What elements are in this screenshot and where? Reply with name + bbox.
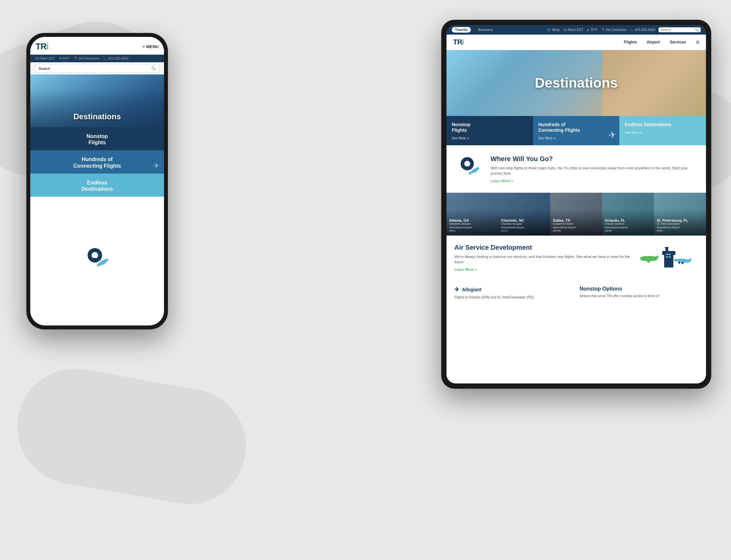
hero-building-bg xyxy=(602,50,706,116)
dest-dallas-city: Dallas, TX xyxy=(553,218,600,222)
dest-orlando-text: Orlando, FL Orlando SanfordInternational… xyxy=(605,218,652,233)
dest-charlotte-text: Charlotte, NC Charlotte DouglasInternati… xyxy=(501,218,548,233)
where-section: Where Will You Go? With non-stop flights… xyxy=(446,145,706,193)
phone-time: 10:09am EST xyxy=(35,57,55,60)
air-service-section: Air Service Development We're always loo… xyxy=(446,236,706,279)
tablet-search-input[interactable] xyxy=(661,28,693,32)
dest-charlotte[interactable]: Charlotte, NC Charlotte DouglasInternati… xyxy=(498,193,550,236)
tablet-topbar: Traveler Business 🛒 Shop 11:45am EST 🌡 7… xyxy=(446,25,706,35)
card-connecting-title: Hundreds ofConnecting Flights xyxy=(538,122,614,133)
air-service-learn-more[interactable]: Learn More > xyxy=(454,267,632,271)
phone-section-nonstop[interactable]: NonstopFlights xyxy=(30,127,164,150)
dest-dallas-text: Dallas, TX Dallas/Fort WorthInternationa… xyxy=(553,218,600,233)
tablet-bottom: ✈ Allegiant Flights to Orlando (SFB) and… xyxy=(446,279,706,383)
allegiant-description: Flights to Orlando (SFB) and St. Pete/Cl… xyxy=(454,295,573,300)
card-nonstop[interactable]: NonstopFlights See More ∨ xyxy=(446,116,533,145)
tab-traveler[interactable]: Traveler xyxy=(452,27,471,33)
svg-rect-21 xyxy=(665,247,669,248)
dest-stpete-city: St. Petersburg, FL xyxy=(657,218,703,222)
connecting-plane-icon: ✈ xyxy=(608,129,617,141)
tablet-cards: NonstopFlights See More ∨ Hundreds ofCon… xyxy=(446,116,706,145)
air-service-icon xyxy=(639,244,698,271)
phone-device: TRi ≡ MENU 10:09am EST ❄ 64°F 📍 Get Dire… xyxy=(26,33,168,329)
phone-phone[interactable]: 📞 423-325-6000 xyxy=(103,57,128,60)
phone-endless-title: EndlessDestinations xyxy=(36,180,159,192)
phone-search-field[interactable]: Search 🔍 xyxy=(35,64,159,72)
nonstop-options-title: Nonstop Options xyxy=(579,286,698,292)
phone-directions[interactable]: 📍 Get Directions xyxy=(73,57,99,60)
card-endless[interactable]: Endless Destinations See More ∨ xyxy=(619,116,706,145)
where-description: With non-stop flights to three major hub… xyxy=(491,165,698,176)
dest-atlanta-text: Atlanta, GA Hartsfield-JacksonInternatio… xyxy=(449,218,496,233)
tablet-screen: Traveler Business 🛒 Shop 11:45am EST 🌡 7… xyxy=(446,25,706,383)
tab-business[interactable]: Business xyxy=(475,27,496,33)
card-nonstop-see-more[interactable]: See More ∨ xyxy=(452,136,528,140)
tablet-hero-title: Destinations xyxy=(535,75,618,91)
card-endless-title: Endless Destinations xyxy=(625,122,701,127)
bg-decoration-2 xyxy=(8,360,255,513)
dest-orlando-city: Orlando, FL xyxy=(605,218,652,222)
tablet-topbar-left: Traveler Business xyxy=(452,27,496,33)
nav-flights[interactable]: Flights xyxy=(624,40,637,44)
air-service-svg xyxy=(640,244,696,271)
allegiant-title: ✈ Allegiant xyxy=(454,286,573,293)
dest-dallas[interactable]: Dallas, TX Dallas/Fort WorthInternationa… xyxy=(550,193,602,236)
phone-screen: TRi ≡ MENU 10:09am EST ❄ 64°F 📍 Get Dire… xyxy=(30,37,164,325)
svg-rect-22 xyxy=(666,254,668,255)
nav-airport[interactable]: Airport xyxy=(647,40,660,44)
card-connecting-see-more[interactable]: See More ∨ xyxy=(538,136,614,140)
svg-marker-15 xyxy=(640,257,641,260)
dest-stpete-airport: St. Pete-ClearwaterInternational Airport… xyxy=(657,222,703,233)
hamburger-menu[interactable]: ≡ xyxy=(696,39,699,46)
svg-point-8 xyxy=(464,161,470,167)
dest-atlanta[interactable]: Atlanta, GA Hartsfield-JacksonInternatio… xyxy=(446,193,498,236)
dest-orlando[interactable]: Orlando, FL Orlando SanfordInternational… xyxy=(602,193,654,236)
plane-icon: ✈ xyxy=(454,286,459,293)
tablet-nav-links: Flights Airport Services ≡ xyxy=(624,39,699,46)
topbar-directions[interactable]: 📍 Get Directions xyxy=(601,28,627,32)
topbar-shop[interactable]: 🛒 Shop xyxy=(547,28,559,32)
phone-search-bar: Search 🔍 xyxy=(30,62,164,74)
air-service-title: Air Service Development xyxy=(454,244,632,251)
phone-hero: Destinations xyxy=(30,74,164,127)
phone-hero-overlay xyxy=(30,90,164,127)
svg-rect-24 xyxy=(666,256,668,258)
phone-pin-section xyxy=(30,197,164,325)
destinations-strip: Atlanta, GA Hartsfield-JacksonInternatio… xyxy=(446,193,706,236)
dest-atlanta-city: Atlanta, GA xyxy=(449,218,496,222)
svg-marker-27 xyxy=(674,259,677,262)
topbar-phone[interactable]: 📞 423-325-6000 xyxy=(630,28,655,32)
topbar-temp: 🌡 75°F xyxy=(586,28,598,32)
dest-charlotte-city: Charlotte, NC xyxy=(501,218,548,222)
phone-search-placeholder: Search xyxy=(39,67,50,70)
phone-section-connecting[interactable]: Hundreds ofConnecting Flights ✈ xyxy=(30,150,164,173)
air-service-text: Air Service Development We're always loo… xyxy=(454,244,632,271)
svg-rect-25 xyxy=(669,256,671,258)
svg-rect-23 xyxy=(669,254,671,255)
dest-orlando-airport: Orlando SanfordInternational Airport(SFB… xyxy=(605,222,652,233)
pin-plane-svg xyxy=(456,154,482,183)
card-nonstop-title: NonstopFlights xyxy=(452,122,528,133)
tablet-search-field[interactable]: 🔍 xyxy=(659,27,701,32)
card-endless-see-more[interactable]: See More ∨ xyxy=(625,131,701,134)
phone-section-endless[interactable]: EndlessDestinations xyxy=(30,174,164,197)
phone-menu-button[interactable]: ≡ MENU xyxy=(143,44,159,49)
phone-connecting-title: Hundreds ofConnecting Flights xyxy=(36,156,159,169)
svg-marker-28 xyxy=(689,258,691,263)
nav-services[interactable]: Services xyxy=(670,40,686,44)
air-service-description: We're always looking to improve our serv… xyxy=(454,254,632,265)
phone-hero-title: Destinations xyxy=(30,112,164,121)
dest-stpete[interactable]: St. Petersburg, FL St. Pete-ClearwaterIn… xyxy=(654,193,706,236)
dest-charlotte-airport: Charlotte DouglasInternational Airport(C… xyxy=(501,222,548,233)
phone-nonstop-title: NonstopFlights xyxy=(36,133,159,146)
where-title: Where Will You Go? xyxy=(491,155,698,163)
phone-topbar: 10:09am EST ❄ 64°F 📍 Get Directions 📞 42… xyxy=(30,55,164,62)
tablet-nav: TRi Flights Airport Services ≡ xyxy=(446,35,706,50)
phone-logo-accent: i xyxy=(46,42,48,51)
dest-atlanta-airport: Hartsfield-JacksonInternational Airport(… xyxy=(449,222,496,233)
tablet-logo: TRi xyxy=(453,38,464,46)
dest-stpete-text: St. Petersburg, FL St. Pete-ClearwaterIn… xyxy=(657,218,703,233)
phone-pin-plane-icon xyxy=(82,245,112,278)
where-learn-more[interactable]: Learn More > xyxy=(491,179,698,183)
card-connecting[interactable]: Hundreds ofConnecting Flights See More ∨… xyxy=(533,116,620,145)
